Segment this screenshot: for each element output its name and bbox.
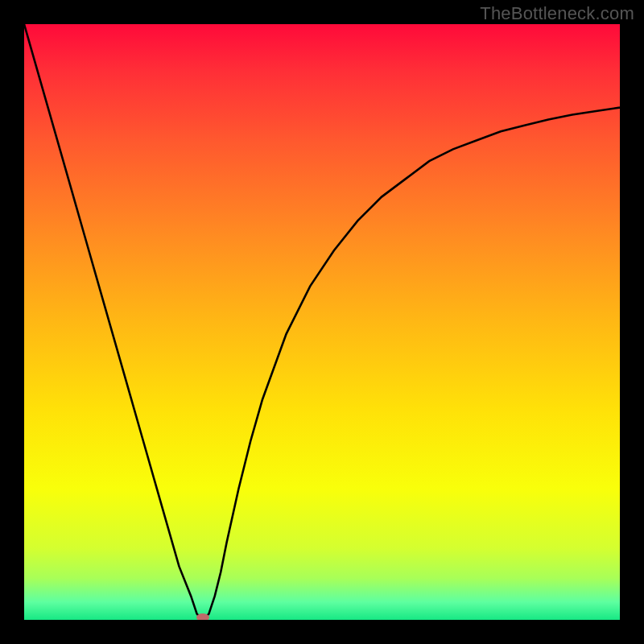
chart-svg — [24, 24, 620, 620]
gradient-background — [24, 24, 620, 620]
chart-container: TheBottleneck.com — [0, 0, 644, 644]
watermark-text: TheBottleneck.com — [480, 3, 634, 24]
plot-area — [24, 24, 620, 620]
